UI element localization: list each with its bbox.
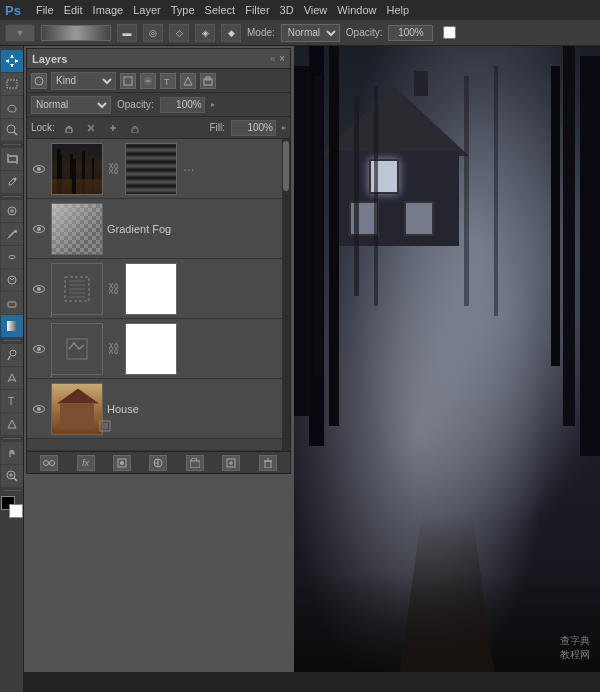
footer-mask-btn[interactable]: [113, 455, 131, 471]
status-bar: [0, 672, 600, 692]
fill-arrow[interactable]: ▸: [282, 123, 286, 132]
opacity-input[interactable]: [160, 97, 205, 113]
menu-edit[interactable]: Edit: [64, 4, 83, 16]
gradient-linear-btn[interactable]: ▬: [117, 24, 137, 42]
gradient-reflected-btn[interactable]: ◈: [195, 24, 215, 42]
menu-file[interactable]: File: [36, 4, 54, 16]
layer-item[interactable]: ↓ ⛓: [27, 259, 290, 319]
path-selection-tool[interactable]: [1, 413, 23, 435]
tree-left-3: [314, 76, 322, 376]
link-icon-3[interactable]: ⛓: [107, 282, 121, 296]
filter-mode-icon[interactable]: [31, 73, 47, 89]
lasso-tool[interactable]: [1, 96, 23, 118]
scroll-thumb[interactable]: [283, 141, 289, 191]
fill-input[interactable]: [231, 120, 276, 136]
link-icon-4[interactable]: ⛓: [107, 342, 121, 356]
type-tool[interactable]: T: [1, 390, 23, 412]
layer-item-house[interactable]: House: [27, 379, 290, 439]
filter-shape-icon[interactable]: [180, 73, 196, 89]
hand-tool[interactable]: [1, 442, 23, 464]
gradient-tool[interactable]: [1, 315, 23, 337]
gradient-radial-btn[interactable]: ◎: [143, 24, 163, 42]
layer-visibility-4[interactable]: [31, 341, 47, 357]
mode-select[interactable]: Normal: [281, 24, 340, 42]
menu-layer[interactable]: Layer: [133, 4, 161, 16]
footer-delete-btn[interactable]: [259, 455, 277, 471]
layer-list: ⛓ ··· Gradient Fog: [27, 139, 290, 451]
brush-tool[interactable]: [1, 223, 23, 245]
eye-icon: [33, 225, 45, 233]
eraser-tool[interactable]: [1, 292, 23, 314]
eyedropper-tool[interactable]: [1, 171, 23, 193]
svg-marker-2: [6, 59, 9, 63]
lock-image-btn[interactable]: [83, 120, 99, 136]
panel-close-btn[interactable]: ×: [279, 53, 285, 64]
panel-collapse-btn[interactable]: «: [270, 54, 275, 64]
filter-type-icon[interactable]: T: [160, 73, 176, 89]
svg-rect-4: [7, 80, 17, 88]
svg-rect-21: [132, 128, 138, 133]
menu-select[interactable]: Select: [205, 4, 236, 16]
lock-pixels-btn[interactable]: [61, 120, 77, 136]
layer-visibility-5[interactable]: [31, 401, 47, 417]
eye-icon: [33, 285, 45, 293]
footer-new-layer-btn[interactable]: [222, 455, 240, 471]
menu-3d[interactable]: 3D: [280, 4, 294, 16]
footer-link-btn[interactable]: [40, 455, 58, 471]
separator-2: [3, 196, 21, 197]
lock-position-btn[interactable]: [105, 120, 121, 136]
filter-select[interactable]: Kind: [51, 72, 116, 90]
dodge-tool[interactable]: [1, 344, 23, 366]
footer-fx-btn[interactable]: fx: [77, 455, 95, 471]
filter-smart-icon[interactable]: [200, 73, 216, 89]
smart-object-icon: [99, 420, 111, 434]
quick-select-tool[interactable]: [1, 119, 23, 141]
clone-tool[interactable]: [1, 246, 23, 268]
lock-all-btn[interactable]: [127, 120, 143, 136]
gradient-preview[interactable]: [41, 25, 111, 41]
menu-type[interactable]: Type: [171, 4, 195, 16]
menu-view[interactable]: View: [304, 4, 328, 16]
move-tool[interactable]: [1, 50, 23, 72]
footer-adjustment-btn[interactable]: [149, 455, 167, 471]
dither-checkbox[interactable]: [443, 26, 456, 39]
gradient-diamond-btn[interactable]: ◆: [221, 24, 241, 42]
filter-adjustment-icon[interactable]: [140, 73, 156, 89]
svg-marker-3: [15, 59, 18, 63]
tree-bg-1: [354, 96, 359, 296]
svg-rect-10: [7, 321, 17, 331]
filter-pixel-icon[interactable]: [120, 73, 136, 89]
zoom-tool[interactable]: [1, 465, 23, 487]
separator-3: [3, 340, 21, 341]
menu-window[interactable]: Window: [337, 4, 376, 16]
layer-item[interactable]: ⛓ ···: [27, 139, 290, 199]
tree-right-1: [563, 46, 575, 426]
menu-image[interactable]: Image: [93, 4, 124, 16]
pen-tool[interactable]: [1, 367, 23, 389]
menu-filter[interactable]: Filter: [245, 4, 269, 16]
layer-visibility-3[interactable]: [31, 281, 47, 297]
layer-more-1[interactable]: ···: [181, 161, 197, 177]
crop-tool[interactable]: [1, 148, 23, 170]
layer-item[interactable]: ↓ ⛓: [27, 319, 290, 379]
svg-rect-37: [190, 461, 200, 468]
opacity-input[interactable]: [388, 25, 433, 41]
layer-visibility-2[interactable]: [31, 221, 47, 237]
history-brush-tool[interactable]: [1, 269, 23, 291]
blend-mode-select[interactable]: Normal: [31, 96, 111, 114]
layer-visibility-1[interactable]: [31, 161, 47, 177]
fg-bg-colors[interactable]: [1, 496, 23, 518]
marquee-tool[interactable]: [1, 73, 23, 95]
svg-rect-28: [67, 339, 87, 359]
footer-group-btn[interactable]: [186, 455, 204, 471]
watermark-line2: 教程网: [560, 648, 590, 662]
gradient-angle-btn[interactable]: ◇: [169, 24, 189, 42]
clipping-indicator-3: ↓: [49, 309, 54, 319]
menu-help[interactable]: Help: [386, 4, 409, 16]
opacity-arrow[interactable]: ▸: [211, 100, 215, 109]
link-icon-1[interactable]: ⛓: [107, 162, 121, 176]
tool-preset-box[interactable]: ▼: [5, 24, 35, 42]
layer-list-scrollbar[interactable]: [282, 139, 290, 451]
healing-tool[interactable]: [1, 200, 23, 222]
layer-item[interactable]: Gradient Fog: [27, 199, 290, 259]
